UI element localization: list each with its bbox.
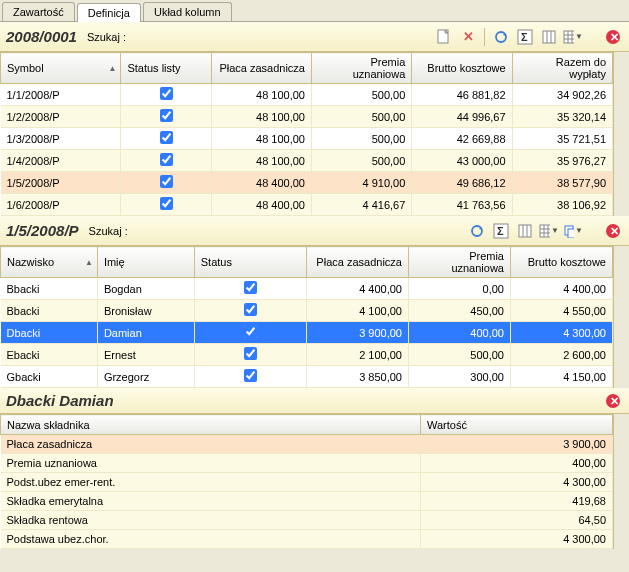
tab-zawartosc[interactable]: Zawartość (2, 2, 75, 21)
close-icon[interactable]: ✕ (603, 391, 623, 411)
svg-rect-26 (568, 229, 574, 238)
svg-text:✕: ✕ (610, 225, 619, 237)
svg-rect-17 (519, 225, 531, 237)
status-checkbox[interactable] (160, 197, 173, 210)
scrollbar[interactable] (613, 246, 629, 388)
status-checkbox[interactable] (160, 175, 173, 188)
status-checkbox[interactable] (160, 131, 173, 144)
col-razem[interactable]: Razem do wypłaty (512, 53, 612, 84)
panel1-toolbar: ✕ Σ ▼ (434, 27, 583, 47)
table-row[interactable]: Płaca zasadnicza3 900,00 (1, 435, 613, 454)
panel2-grid[interactable]: Nazwisko▲ Imię Status Płaca zasadnicza P… (0, 246, 613, 388)
table-row[interactable]: EbackiErnest2 100,00500,002 600,00 (1, 344, 613, 366)
grid-view-icon[interactable]: ▼ (563, 27, 583, 47)
table-row[interactable]: Składka rentowa64,50 (1, 511, 613, 530)
panel1-header: 2008/0001 Szukaj : ✕ Σ ▼ ✕ (0, 22, 629, 52)
grid-view-icon[interactable]: ▼ (539, 221, 559, 241)
status-checkbox[interactable] (244, 325, 257, 338)
table-row[interactable]: Premia uznaniowa400,00 (1, 454, 613, 473)
table-row[interactable]: 1/6/2008/P48 400,004 416,6741 763,5638 1… (1, 194, 613, 216)
svg-text:✕: ✕ (610, 31, 619, 43)
close-icon[interactable]: ✕ (603, 221, 623, 241)
table-row[interactable]: Składka emerytalna419,68 (1, 492, 613, 511)
panel2-header: 1/5/2008/P Szukaj : Σ ▼ ▼ ✕ (0, 216, 629, 246)
status-checkbox[interactable] (160, 109, 173, 122)
status-checkbox[interactable] (160, 153, 173, 166)
col-placa[interactable]: Płaca zasadnicza (306, 247, 408, 278)
col-premia[interactable]: Premia uznaniowa (311, 53, 411, 84)
scrollbar[interactable] (613, 414, 629, 549)
svg-text:✕: ✕ (610, 395, 619, 407)
sum-icon[interactable]: Σ (491, 221, 511, 241)
panel3-title: Dbacki Damian (6, 392, 114, 409)
panel1-search-label: Szukaj : (87, 31, 126, 43)
tab-uklad-kolumn[interactable]: Układ kolumn (143, 2, 232, 21)
panel3-header: Dbacki Damian ✕ (0, 388, 629, 414)
status-checkbox[interactable] (244, 369, 257, 382)
col-nazwa-skladnika[interactable]: Nazwa składnika (1, 415, 421, 435)
status-checkbox[interactable] (160, 87, 173, 100)
new-document-icon[interactable] (434, 27, 454, 47)
tab-strip: Zawartość Definicja Układ kolumn (0, 0, 629, 22)
panel2-toolbar: Σ ▼ ▼ (467, 221, 583, 241)
table-row[interactable]: DbackiDamian3 900,00400,004 300,00 (1, 322, 613, 344)
sum-icon[interactable]: Σ (515, 27, 535, 47)
col-status[interactable]: Status (194, 247, 306, 278)
table-row[interactable]: BbackiBogdan4 400,000,004 400,00 (1, 278, 613, 300)
table-row[interactable]: GbackiGrzegorz3 850,00300,004 150,00 (1, 366, 613, 388)
col-symbol[interactable]: Symbol▲ (1, 53, 121, 84)
svg-text:Σ: Σ (521, 31, 528, 43)
panel2-title: 1/5/2008/P (6, 222, 79, 239)
close-icon[interactable]: ✕ (603, 27, 623, 47)
table-row[interactable]: Podstawa ubez.chor.4 300,00 (1, 530, 613, 549)
col-brutto[interactable]: Brutto kosztowe (412, 53, 512, 84)
status-checkbox[interactable] (244, 303, 257, 316)
table-row[interactable]: 1/1/2008/P48 100,00500,0046 881,8234 902… (1, 84, 613, 106)
col-placa[interactable]: Płaca zasadnicza (211, 53, 311, 84)
col-brutto[interactable]: Brutto kosztowe (510, 247, 612, 278)
svg-rect-7 (564, 31, 574, 43)
col-imie[interactable]: Imię (97, 247, 194, 278)
columns-icon[interactable] (539, 27, 559, 47)
scrollbar[interactable] (613, 52, 629, 216)
panel2-search-label: Szukaj : (89, 225, 128, 237)
tab-definicja[interactable]: Definicja (77, 3, 141, 22)
svg-rect-4 (543, 31, 555, 43)
col-wartosc[interactable]: Wartość (421, 415, 613, 435)
svg-text:Σ: Σ (497, 225, 504, 237)
svg-rect-20 (540, 225, 550, 237)
copy-icon[interactable]: ▼ (563, 221, 583, 241)
delete-icon[interactable]: ✕ (458, 27, 478, 47)
panel1-grid[interactable]: Symbol▲ Status listy Płaca zasadnicza Pr… (0, 52, 613, 216)
panel3-grid[interactable]: Nazwa składnika Wartość Płaca zasadnicza… (0, 414, 613, 549)
table-row[interactable]: 1/3/2008/P48 100,00500,0042 669,8835 721… (1, 128, 613, 150)
table-row[interactable]: 1/4/2008/P48 100,00500,0043 000,0035 976… (1, 150, 613, 172)
status-checkbox[interactable] (244, 347, 257, 360)
status-checkbox[interactable] (244, 281, 257, 294)
columns-icon[interactable] (515, 221, 535, 241)
panel1-title: 2008/0001 (6, 28, 77, 45)
refresh-icon[interactable] (467, 221, 487, 241)
col-status-listy[interactable]: Status listy (121, 53, 211, 84)
table-row[interactable]: Podst.ubez emer-rent.4 300,00 (1, 473, 613, 492)
col-premia[interactable]: Premia uznaniowa (408, 247, 510, 278)
table-row[interactable]: 1/2/2008/P48 100,00500,0044 996,6735 320… (1, 106, 613, 128)
col-nazwisko[interactable]: Nazwisko▲ (1, 247, 98, 278)
table-row[interactable]: 1/5/2008/P48 400,004 910,0049 686,1238 5… (1, 172, 613, 194)
table-row[interactable]: BbackiBronisław4 100,00450,004 550,00 (1, 300, 613, 322)
refresh-icon[interactable] (491, 27, 511, 47)
